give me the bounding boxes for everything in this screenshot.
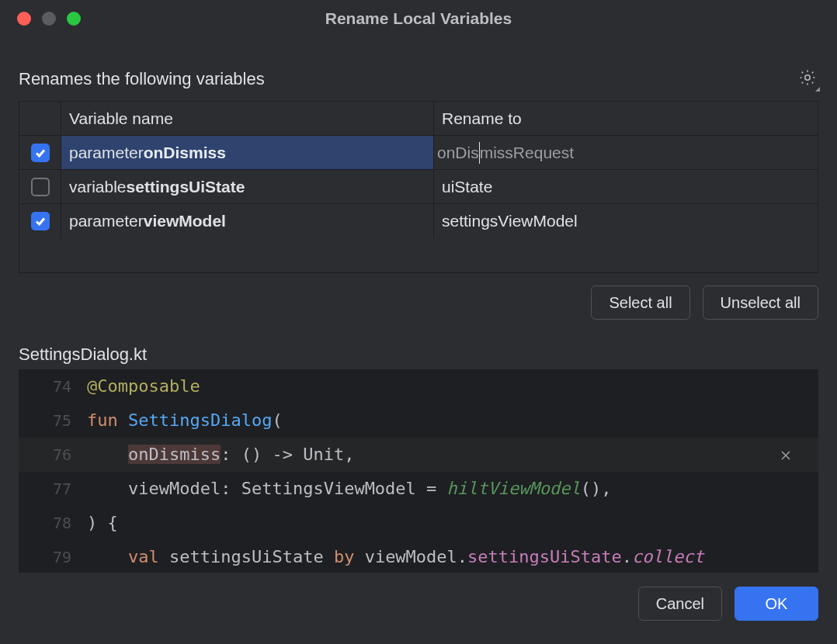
preview-filename: SettingsDialog.kt bbox=[19, 345, 818, 365]
line-number: 79 bbox=[19, 549, 81, 565]
table-row[interactable]: parameter viewModelsettingsViewModel bbox=[19, 204, 818, 238]
text-caret bbox=[479, 142, 480, 164]
gear-icon bbox=[798, 68, 817, 91]
code-line: 75fun SettingsDialog( bbox=[19, 403, 818, 438]
line-number: 78 bbox=[19, 515, 81, 531]
titlebar: Rename Local Variables bbox=[0, 0, 837, 37]
unselect-all-button[interactable]: Unselect all bbox=[703, 286, 818, 320]
variable-name-cell[interactable]: parameter onDismiss bbox=[61, 136, 434, 169]
rename-to-cell[interactable]: onDismissRequest bbox=[434, 136, 818, 169]
code-line: 79 val settingsUiState by viewModel.sett… bbox=[19, 540, 818, 573]
line-number: 74 bbox=[19, 379, 81, 394]
column-header-name[interactable]: Variable name bbox=[61, 102, 434, 135]
ok-button[interactable]: OK bbox=[735, 587, 818, 621]
table-row[interactable]: variable settingsUiStateuiState bbox=[19, 170, 818, 204]
line-number: 77 bbox=[19, 481, 81, 497]
variables-table: Variable name Rename to parameter onDism… bbox=[19, 101, 818, 273]
code-line: 74@Composable bbox=[19, 369, 818, 403]
line-number: 75 bbox=[19, 413, 81, 428]
table-header: Variable name Rename to bbox=[19, 102, 818, 136]
window-title: Rename Local Variables bbox=[0, 9, 837, 28]
row-checkbox[interactable] bbox=[31, 212, 50, 230]
table-row[interactable]: parameter onDismissonDismissRequest bbox=[19, 136, 818, 170]
rename-to-cell[interactable]: uiState bbox=[434, 170, 818, 203]
row-checkbox[interactable] bbox=[31, 144, 50, 162]
code-line: 78) { bbox=[19, 506, 818, 540]
variable-name-cell[interactable]: parameter viewModel bbox=[61, 204, 434, 238]
column-header-rename[interactable]: Rename to bbox=[434, 102, 818, 135]
table-footer-spacer bbox=[19, 238, 818, 272]
rename-to-cell[interactable]: settingsViewModel bbox=[434, 204, 818, 238]
close-icon bbox=[780, 448, 792, 464]
code-line: 76 onDismiss: () -> Unit, bbox=[19, 438, 818, 472]
select-all-button[interactable]: Select all bbox=[591, 286, 689, 320]
variable-name-cell[interactable]: variable settingsUiState bbox=[61, 170, 434, 203]
code-preview[interactable]: 74@Composable75fun SettingsDialog(76 onD… bbox=[19, 369, 818, 573]
svg-point-0 bbox=[805, 74, 810, 79]
row-checkbox[interactable] bbox=[31, 178, 50, 196]
cancel-button[interactable]: Cancel bbox=[638, 587, 722, 621]
close-preview-button[interactable] bbox=[776, 447, 795, 466]
dialog-subtitle: Renames the following variables bbox=[19, 69, 265, 89]
settings-button[interactable] bbox=[797, 68, 818, 90]
dropdown-corner-icon bbox=[815, 87, 820, 92]
line-number: 76 bbox=[19, 447, 81, 462]
code-line: 77 viewModel: SettingsViewModel = hiltVi… bbox=[19, 472, 818, 506]
